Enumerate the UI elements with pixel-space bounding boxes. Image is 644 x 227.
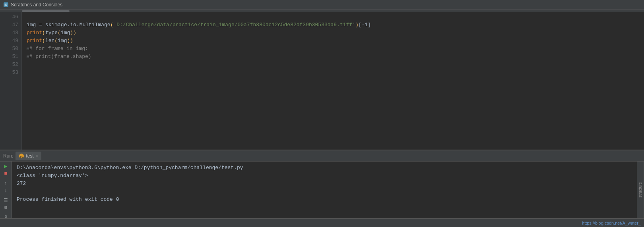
console-output-line1: <class 'numpy.ndarray'> <box>17 172 632 180</box>
code-editor[interactable]: img = skimage.io.MultiImage('D:/Challeng… <box>22 12 644 150</box>
run-tab-label: test <box>26 153 33 159</box>
run-tab-bar: Run: py test × <box>0 150 644 162</box>
line-number-50: 50 <box>0 45 18 53</box>
structure-text: structure <box>638 182 642 198</box>
line-number-51: 51 <box>0 53 18 61</box>
code-line-47: img = skimage.io.MultiImage('D:/Challeng… <box>27 21 644 29</box>
code-line-49: print(len(img)) <box>27 37 644 45</box>
line-number-48: 48 <box>0 29 18 37</box>
code-line-50: ⊞# for frame in img: <box>27 45 644 53</box>
run-tab[interactable]: py test × <box>16 152 41 160</box>
line-numbers-gutter: 46 47 48 49 50 51 52 53 <box>0 12 22 150</box>
line-number-52: 52 <box>0 61 18 69</box>
line-number-49: 49 <box>0 37 18 45</box>
scroll-thumb[interactable] <box>22 10 70 12</box>
console-output: D:\Anaconda\envs\python3.6\python.exe D:… <box>12 162 637 218</box>
status-link[interactable]: https://blog.csdn.net/A_water_ <box>582 221 641 225</box>
code-line-51: ⊞# print(frame.shape) <box>27 53 644 61</box>
line-number-53: 53 <box>0 69 18 77</box>
top-bar: Scratches and Consoles <box>0 0 644 10</box>
run-label: Run: <box>3 153 13 159</box>
console-class-output: <class 'numpy.ndarray'> <box>17 173 88 179</box>
console-output-line2: 272 <box>17 180 632 188</box>
code-line-46 <box>27 13 644 21</box>
stop-button[interactable]: ■ <box>2 171 10 177</box>
run-button[interactable]: ▶ <box>2 163 10 169</box>
filter-button[interactable]: ⊟ <box>2 205 10 210</box>
top-bar-title: Scratches and Consoles <box>11 2 62 8</box>
run-tab-close-button[interactable]: × <box>36 154 39 158</box>
scroll-down-button[interactable]: ↓ <box>2 188 10 194</box>
structure-label-panel: structure <box>637 162 644 218</box>
code-line-48: print(type(img)) <box>27 29 644 37</box>
svg-text:py: py <box>20 155 23 158</box>
scroll-up-button[interactable]: ↑ <box>2 181 10 187</box>
console-toolbar: ▶ ■ ↑ ↓ ☰ ⊟ ⚙ 📌 🖨 🗑 <box>0 162 12 218</box>
console-output-line4: Process finished with exit code 0 <box>17 196 632 204</box>
status-bar: https://blog.csdn.net/A_water_ <box>0 218 644 227</box>
console-output-line3 <box>17 188 632 196</box>
settings-button[interactable]: ⚙ <box>2 214 10 218</box>
code-line-53 <box>27 69 644 77</box>
line-number-46: 46 <box>0 13 18 21</box>
editor-area: 46 47 48 49 50 51 52 53 img = skimage.io… <box>0 12 644 150</box>
scratches-icon <box>3 2 9 8</box>
console-cmd-line: D:\Anaconda\envs\python3.6\python.exe D:… <box>17 164 632 172</box>
console-number-output: 272 <box>17 181 26 187</box>
run-tab-python-icon: py <box>19 153 24 159</box>
console-area: Run: py test × ▶ ■ ↑ ↓ ☰ ⊟ <box>0 150 644 227</box>
wrap-button[interactable]: ☰ <box>2 198 10 204</box>
console-exit-message: Process finished with exit code 0 <box>17 196 119 202</box>
line-number-47: 47 <box>0 21 18 29</box>
code-line-52 <box>27 61 644 69</box>
console-body: ▶ ■ ↑ ↓ ☰ ⊟ ⚙ 📌 🖨 🗑 D:\Anaco <box>0 162 644 218</box>
console-cmd-text: D:\Anaconda\envs\python3.6\python.exe D:… <box>17 165 243 171</box>
